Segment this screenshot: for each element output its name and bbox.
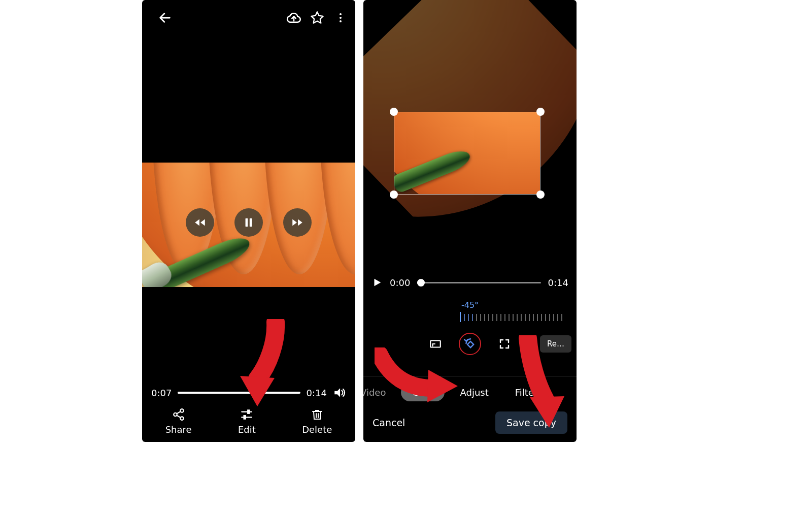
crop-handle-top-right[interactable] xyxy=(536,108,545,116)
svg-line-16 xyxy=(177,411,180,414)
tab-adjust[interactable]: Adjust xyxy=(449,384,499,401)
editor-video-progress: 0:00 0:14 xyxy=(371,277,568,288)
svg-marker-6 xyxy=(195,219,199,226)
edit-button[interactable]: Edit xyxy=(238,408,256,435)
editor-screen: 0:00 0:14 -45° Re… Video Crop Adjust Fil… xyxy=(363,0,577,442)
crop-handle-bottom-right[interactable] xyxy=(536,190,545,199)
cloud-upload-icon[interactable] xyxy=(286,10,301,25)
svg-point-14 xyxy=(174,413,177,417)
crop-handle-top-left[interactable] xyxy=(390,108,398,116)
seek-bar[interactable] xyxy=(178,392,300,394)
crop-handle-bottom-left[interactable] xyxy=(390,190,398,199)
svg-marker-2 xyxy=(311,12,323,23)
play-button[interactable] xyxy=(371,277,383,288)
volume-icon[interactable] xyxy=(333,386,346,399)
tab-video[interactable]: Video xyxy=(363,384,397,401)
editor-footer: Cancel Save copy xyxy=(363,411,577,434)
favorite-star-icon[interactable] xyxy=(310,10,325,25)
svg-marker-24 xyxy=(375,279,381,287)
forward-button[interactable] xyxy=(283,208,312,237)
share-button[interactable]: Share xyxy=(165,408,192,435)
aspect-ratio-button[interactable] xyxy=(424,333,447,355)
svg-rect-20 xyxy=(248,410,250,414)
svg-marker-11 xyxy=(298,219,302,226)
svg-rect-8 xyxy=(246,218,248,227)
save-copy-button[interactable]: Save copy xyxy=(495,411,567,434)
reset-button[interactable]: Re… xyxy=(540,335,571,353)
viewer-screen: 0:07 0:14 Share Edit xyxy=(142,0,355,442)
back-icon[interactable] xyxy=(157,10,173,25)
rotate-button[interactable] xyxy=(459,333,481,355)
cancel-button[interactable]: Cancel xyxy=(373,417,405,428)
svg-marker-12 xyxy=(334,388,340,397)
rotation-angle-scale[interactable] xyxy=(460,312,577,323)
video-progress: 0:07 0:14 xyxy=(151,386,346,399)
svg-point-4 xyxy=(340,17,342,19)
edit-mode-tabs: Video Crop Adjust Filters xyxy=(363,376,577,401)
pause-button[interactable] xyxy=(234,208,263,237)
rewind-button[interactable] xyxy=(186,208,214,237)
more-options-icon[interactable] xyxy=(333,10,348,25)
crop-rectangle[interactable] xyxy=(394,112,540,195)
svg-rect-26 xyxy=(467,341,473,347)
editor-current-time: 0:00 xyxy=(390,277,410,288)
tab-filters[interactable]: Filters xyxy=(504,384,554,401)
trash-icon xyxy=(311,408,323,421)
svg-line-17 xyxy=(177,416,180,418)
delete-button[interactable]: Delete xyxy=(302,408,332,435)
svg-point-5 xyxy=(340,20,342,22)
media-controls xyxy=(142,208,355,237)
current-time: 0:07 xyxy=(151,388,172,398)
share-label: Share xyxy=(165,424,192,435)
svg-rect-9 xyxy=(250,218,252,227)
bottom-actions: Share Edit Delete xyxy=(142,408,355,435)
svg-marker-10 xyxy=(292,219,297,226)
editor-total-time: 0:14 xyxy=(548,277,568,288)
svg-point-15 xyxy=(180,417,184,420)
svg-point-3 xyxy=(340,13,342,15)
delete-label: Delete xyxy=(302,424,332,435)
total-time: 0:14 xyxy=(307,388,327,398)
crop-preview xyxy=(394,112,540,195)
svg-rect-21 xyxy=(244,416,246,419)
svg-marker-7 xyxy=(200,219,205,226)
expand-button[interactable] xyxy=(493,333,516,355)
svg-point-13 xyxy=(180,409,184,412)
edit-label: Edit xyxy=(238,424,256,435)
editor-seek-bar[interactable] xyxy=(417,282,540,283)
share-icon xyxy=(172,408,185,421)
rotation-angle-label: -45° xyxy=(363,300,577,310)
tab-crop[interactable]: Crop xyxy=(401,384,445,401)
tune-icon xyxy=(240,408,254,421)
top-app-bar xyxy=(142,0,355,36)
seek-thumb[interactable] xyxy=(417,279,425,287)
